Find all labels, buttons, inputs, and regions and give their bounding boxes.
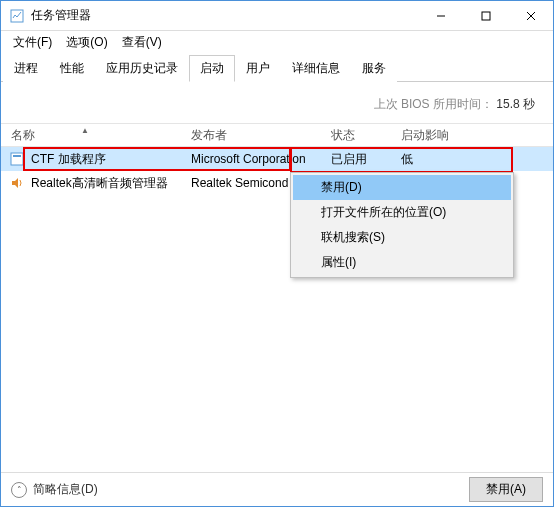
header-name-label: 名称 <box>11 128 35 142</box>
tab-details[interactable]: 详细信息 <box>281 55 351 82</box>
menu-options[interactable]: 选项(O) <box>60 32 113 53</box>
fewer-details-link[interactable]: ˄ 简略信息(D) <box>11 481 98 498</box>
menu-view[interactable]: 查看(V) <box>116 32 168 53</box>
tab-users[interactable]: 用户 <box>235 55 281 82</box>
svg-marker-7 <box>12 178 18 188</box>
cell-name: Realtek高清晰音频管理器 <box>1 175 191 192</box>
cell-status: 已启用 <box>331 151 401 168</box>
bios-label: 上次 BIOS 所用时间： <box>374 97 493 111</box>
ctx-item-open-location[interactable]: 打开文件所在的位置(O) <box>293 200 511 225</box>
footer: ˄ 简略信息(D) 禁用(A) <box>1 472 553 506</box>
app-icon <box>9 8 25 24</box>
cell-name-text: CTF 加载程序 <box>31 151 106 168</box>
ctx-item-properties[interactable]: 属性(I) <box>293 250 511 275</box>
bios-value: 15.8 秒 <box>496 97 535 111</box>
maximize-button[interactable] <box>463 1 508 30</box>
menu-file[interactable]: 文件(F) <box>7 32 58 53</box>
svg-rect-6 <box>13 155 21 157</box>
titlebar: 任务管理器 <box>1 1 553 31</box>
svg-rect-0 <box>11 10 23 22</box>
minimize-button[interactable] <box>418 1 463 30</box>
window-controls <box>418 1 553 30</box>
tab-bar: 进程 性能 应用历史记录 启动 用户 详细信息 服务 <box>1 55 553 82</box>
window-title: 任务管理器 <box>31 7 418 24</box>
sort-indicator-icon: ▲ <box>81 126 89 135</box>
tab-performance[interactable]: 性能 <box>49 55 95 82</box>
column-headers: 名称 ▲ 发布者 状态 启动影响 <box>1 123 553 147</box>
tab-processes[interactable]: 进程 <box>3 55 49 82</box>
disable-button[interactable]: 禁用(A) <box>469 477 543 502</box>
context-menu: 禁用(D) 打开文件所在的位置(O) 联机搜索(S) 属性(I) <box>290 172 514 278</box>
header-impact[interactable]: 启动影响 <box>401 127 553 144</box>
chevron-up-icon: ˄ <box>11 482 27 498</box>
ctx-item-search-online[interactable]: 联机搜索(S) <box>293 225 511 250</box>
task-manager-window: 任务管理器 文件(F) 选项(O) 查看(V) 进程 性能 应用历史记录 启动 … <box>0 0 554 507</box>
tab-startup[interactable]: 启动 <box>189 55 235 82</box>
ctx-item-disable[interactable]: 禁用(D) <box>293 175 511 200</box>
cell-publisher: Microsoft Corporation <box>191 152 331 166</box>
header-status[interactable]: 状态 <box>331 127 401 144</box>
table-row[interactable]: CTF 加载程序 Microsoft Corporation 已启用 低 <box>1 147 553 171</box>
speaker-icon <box>9 175 25 191</box>
svg-rect-5 <box>11 153 23 165</box>
tab-history[interactable]: 应用历史记录 <box>95 55 189 82</box>
app-row-icon <box>9 151 25 167</box>
bios-time-line: 上次 BIOS 所用时间： 15.8 秒 <box>1 82 553 123</box>
cell-name: CTF 加载程序 <box>1 151 191 168</box>
content-area: 上次 BIOS 所用时间： 15.8 秒 名称 ▲ 发布者 状态 启动影响 CT… <box>1 82 553 472</box>
close-button[interactable] <box>508 1 553 30</box>
menubar: 文件(F) 选项(O) 查看(V) <box>1 31 553 53</box>
cell-name-text: Realtek高清晰音频管理器 <box>31 175 168 192</box>
fewer-details-label: 简略信息(D) <box>33 481 98 498</box>
svg-rect-2 <box>482 12 490 20</box>
rows-container: CTF 加载程序 Microsoft Corporation 已启用 低 Rea… <box>1 147 553 195</box>
header-name[interactable]: 名称 ▲ <box>1 127 191 144</box>
header-publisher[interactable]: 发布者 <box>191 127 331 144</box>
tab-services[interactable]: 服务 <box>351 55 397 82</box>
cell-impact: 低 <box>401 151 553 168</box>
